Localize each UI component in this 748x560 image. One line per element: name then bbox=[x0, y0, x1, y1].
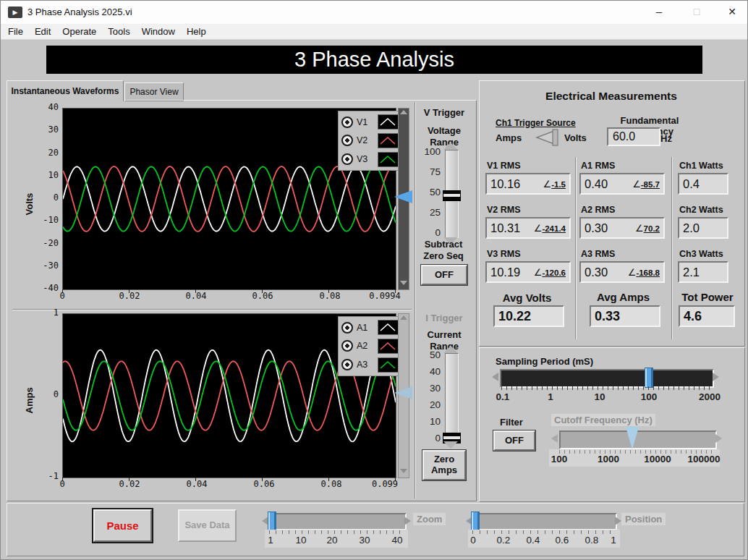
legend-line-sample[interactable] bbox=[378, 152, 399, 167]
sampling-period-handle[interactable] bbox=[645, 368, 653, 388]
avg-amps-value: 0.33 bbox=[595, 309, 620, 324]
sampling-right-arrow-icon[interactable] bbox=[713, 373, 719, 381]
cutoff-frequency-handle[interactable] bbox=[626, 427, 639, 449]
legend-label: A1 bbox=[357, 323, 367, 333]
visibility-radio-icon[interactable] bbox=[341, 135, 353, 146]
zero-amps-button[interactable]: Zero Amps bbox=[422, 450, 466, 480]
waveform-V3 bbox=[63, 166, 396, 231]
phase-angle: ∠-120.6 bbox=[534, 267, 566, 278]
zoom-right-arrow-icon[interactable] bbox=[404, 517, 411, 525]
visibility-radio-icon[interactable] bbox=[341, 340, 353, 352]
voltage-y-tick: -20 bbox=[15, 238, 59, 248]
legend-line-sample[interactable] bbox=[378, 133, 399, 148]
menu-item-operate[interactable]: Operate bbox=[56, 24, 102, 40]
trigger-source-switch[interactable] bbox=[531, 128, 561, 147]
legend-item-A1[interactable]: A1 bbox=[341, 319, 399, 336]
menu-item-help[interactable]: Help bbox=[181, 24, 212, 40]
current-range-tick: 50 bbox=[397, 349, 441, 360]
legend-line-sample[interactable] bbox=[378, 114, 399, 130]
scroll-down-icon[interactable] bbox=[400, 281, 407, 285]
maximize-button[interactable]: □ bbox=[681, 1, 713, 24]
current-x-tick: 0.04 bbox=[161, 479, 233, 489]
save-data-button[interactable]: Save Data bbox=[178, 509, 237, 542]
cutoff-right-arrow-icon[interactable] bbox=[715, 434, 722, 443]
voltage-range-handle[interactable] bbox=[443, 190, 461, 201]
visibility-radio-icon[interactable] bbox=[341, 359, 353, 370]
measurement-value: 10.19 bbox=[490, 266, 520, 279]
current-range-slider[interactable] bbox=[445, 353, 459, 442]
current-range-increment-icon[interactable] bbox=[443, 346, 458, 353]
legend-item-V3[interactable]: V3 bbox=[341, 150, 399, 168]
voltage-x-tick: 0.02 bbox=[93, 291, 166, 301]
current-range-decrement-icon[interactable] bbox=[443, 441, 458, 449]
legend-label: V1 bbox=[357, 117, 367, 127]
voltage-y-tick: -40 bbox=[15, 283, 59, 293]
menu-item-window[interactable]: Window bbox=[136, 24, 181, 40]
legend-item-A3[interactable]: A3 bbox=[341, 356, 399, 373]
scroll-down-icon[interactable] bbox=[400, 469, 407, 473]
angle-symbol: ∠ bbox=[632, 179, 641, 190]
avg-amps-display: 0.33 bbox=[590, 305, 660, 327]
pause-button[interactable]: Pause bbox=[93, 509, 152, 542]
a3-rms-label: A3 RMS bbox=[581, 249, 664, 259]
v3-rms-label: V3 RMS bbox=[487, 249, 570, 259]
legend-item-V2[interactable]: V2 bbox=[341, 132, 399, 149]
position-slider[interactable] bbox=[472, 513, 617, 530]
legend-item-A2[interactable]: A2 bbox=[341, 337, 399, 355]
volts-column: V1 RMS10.16∠-1.5V2 RMS10.31∠-241.4V3 RMS… bbox=[485, 161, 570, 283]
position-right-arrow-icon[interactable] bbox=[615, 517, 621, 525]
current-y-tick: 1 bbox=[15, 307, 59, 318]
tot-power-value: 4.6 bbox=[684, 309, 702, 324]
voltage-y-tick: 0 bbox=[15, 192, 59, 203]
minimize-button[interactable]: – bbox=[643, 1, 675, 24]
v-trigger-label: V Trigger bbox=[418, 107, 470, 118]
zoom-handle[interactable] bbox=[268, 512, 276, 530]
ch3-watts-label: Ch3 Watts bbox=[679, 249, 727, 259]
measurement-value: 0.30 bbox=[585, 266, 608, 279]
visibility-radio-icon[interactable] bbox=[341, 153, 353, 165]
tab-phasor-view[interactable]: Phasor View bbox=[124, 82, 184, 101]
menu-item-tools[interactable]: Tools bbox=[102, 24, 135, 40]
voltage-y-tick: 20 bbox=[15, 148, 59, 158]
legend-line-sample[interactable] bbox=[378, 339, 399, 354]
legend-item-V1[interactable]: V1 bbox=[341, 114, 399, 131]
amps-column: A1 RMS0.40∠-85.7A2 RMS0.30∠70.2A3 RMS0.3… bbox=[579, 161, 664, 283]
legend-line-sample[interactable] bbox=[378, 320, 399, 335]
legend-line-glyph bbox=[381, 137, 395, 144]
ch2-watts-display: 2.0 bbox=[678, 217, 728, 239]
position-handle[interactable] bbox=[471, 512, 480, 530]
position-scale-ticks bbox=[472, 530, 614, 534]
avg-volts-value: 10.22 bbox=[498, 309, 531, 324]
voltage-y-tick: 10 bbox=[15, 170, 59, 180]
v1-rms-label: V1 RMS bbox=[487, 161, 570, 171]
tab-instantaneous-waveforms[interactable]: Instantaneous Waveforms bbox=[7, 80, 124, 101]
menu-item-edit[interactable]: Edit bbox=[29, 24, 56, 40]
filter-button[interactable]: OFF bbox=[493, 430, 535, 451]
legend-line-sample[interactable] bbox=[378, 357, 399, 373]
visibility-radio-icon[interactable] bbox=[341, 322, 353, 334]
legend-label: A3 bbox=[357, 360, 367, 370]
page-title: 3 Phase Analysis bbox=[294, 48, 454, 72]
a2-rms-display: 0.30∠70.2 bbox=[579, 217, 665, 239]
menu-item-file[interactable]: File bbox=[2, 24, 29, 40]
current-legend: A1A2A3 bbox=[338, 316, 402, 376]
sampling-period-slider[interactable] bbox=[500, 369, 714, 388]
sampling-left-arrow-icon[interactable] bbox=[492, 373, 498, 381]
visibility-radio-icon[interactable] bbox=[341, 116, 353, 128]
scroll-up-icon[interactable] bbox=[400, 110, 407, 114]
position-tick: 1 bbox=[577, 535, 650, 546]
tab-label: Instantaneous Waveforms bbox=[12, 86, 119, 96]
menu-bar: FileEditOperateToolsWindowHelp bbox=[1, 24, 748, 40]
close-button[interactable]: ✕ bbox=[715, 1, 748, 24]
subtract-zero-seq-button[interactable]: OFF bbox=[421, 265, 467, 285]
voltage-range-increment-icon[interactable] bbox=[443, 143, 458, 150]
scroll-up-icon[interactable] bbox=[400, 315, 407, 320]
avg-volts-display: 10.22 bbox=[493, 305, 564, 327]
cutoff-left-arrow-icon[interactable] bbox=[551, 434, 558, 443]
filter-label: Filter bbox=[500, 417, 523, 428]
zoom-scale-ticks bbox=[269, 530, 404, 534]
measurement-value: 0.40 bbox=[585, 177, 608, 191]
waveform-V2 bbox=[63, 166, 396, 232]
legend-line-glyph bbox=[381, 119, 395, 125]
zoom-slider[interactable] bbox=[269, 513, 407, 530]
